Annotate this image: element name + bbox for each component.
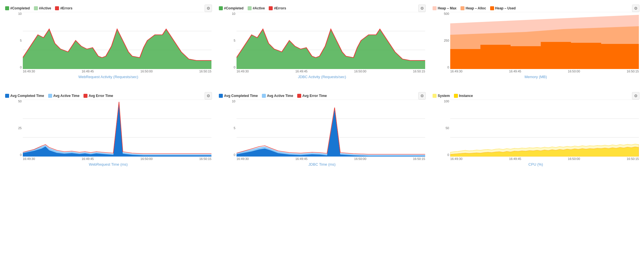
x-axis-label: 16:50:15 xyxy=(413,70,425,73)
legend-swatch xyxy=(454,94,458,98)
y-axis-label: 100 xyxy=(442,100,449,103)
chart-inner-webrequest-activity: 105016:49:3016:49:4516:50:0016:50:15 xyxy=(14,12,211,73)
legend-label: Avg Error Time xyxy=(302,94,327,98)
x-axis-labels: 16:49:3016:49:4516:50:0016:50:15 xyxy=(450,157,639,161)
settings-button-cpu[interactable]: ⚙ xyxy=(632,92,639,100)
legend-swatch xyxy=(219,6,223,10)
legend-swatch xyxy=(262,94,266,98)
y-axis-label: 0 xyxy=(14,66,22,69)
x-axis-label: 16:50:15 xyxy=(413,157,425,161)
x-axis-label: 16:50:15 xyxy=(199,70,211,73)
legend-label: System xyxy=(438,94,450,98)
x-axis-label: 16:49:30 xyxy=(23,157,35,161)
legend-swatch xyxy=(460,6,464,10)
y-axis-label: 500 xyxy=(442,12,449,15)
settings-button-jdbc-activity[interactable]: ⚙ xyxy=(418,5,426,12)
legend-item-avg-completed-time: Avg Completed Time xyxy=(219,94,258,98)
legend-item-#active: #Active xyxy=(34,6,51,10)
x-axis-label: 16:50:15 xyxy=(627,157,639,161)
chart-title-webrequest-activity: WebRequest Activity (Requests/sec) xyxy=(5,75,211,79)
chart-inner-jdbc-time: 105016:49:3016:49:4516:50:0016:50:15 xyxy=(228,100,425,161)
chart-title-memory: Memory (MB) xyxy=(433,75,639,79)
settings-button-jdbc-time[interactable]: ⚙ xyxy=(418,92,426,100)
y-axis: 50250 xyxy=(14,100,23,157)
x-axis-labels: 16:49:3016:49:4516:50:0016:50:15 xyxy=(23,69,211,73)
chart-inner-memory: 500250016:49:3016:49:4516:50:0016:50:15 xyxy=(442,12,639,73)
settings-button-webrequest-activity[interactable]: ⚙ xyxy=(205,5,212,12)
x-axis-label: 16:49:30 xyxy=(450,157,462,161)
chart-jdbc-activity: ⚙#Completed#Active#Errors105016:49:3016:… xyxy=(217,3,427,88)
y-axis-label: 50 xyxy=(442,126,449,130)
legend-item-#errors: #Errors xyxy=(55,6,72,10)
legend-webrequest-time: Avg Completed TimeAvg Active TimeAvg Err… xyxy=(5,93,211,98)
legend-swatch xyxy=(297,94,301,98)
chart-title-jdbc-time: JDBC Time (ms) xyxy=(219,162,425,167)
legend-label: #Errors xyxy=(274,6,286,10)
y-axis: 5002500 xyxy=(442,12,450,69)
legend-item-heap-–-alloc: Heap – Alloc xyxy=(460,6,486,10)
chart-webrequest-time: ⚙Avg Completed TimeAvg Active TimeAvg Er… xyxy=(3,90,214,175)
y-axis: 100500 xyxy=(442,100,450,157)
legend-item-avg-completed-time: Avg Completed Time xyxy=(5,94,44,98)
svg-wrapper xyxy=(237,12,425,69)
chart-inner-webrequest-time: 5025016:49:3016:49:4516:50:0016:50:15 xyxy=(14,100,211,161)
x-axis-label: 16:50:00 xyxy=(140,157,153,161)
dashboard-grid: ⚙#Completed#Active#Errors105016:49:3016:… xyxy=(3,3,641,175)
legend-swatch xyxy=(55,6,59,10)
legend-label: Avg Active Time xyxy=(267,94,293,98)
legend-item-#active: #Active xyxy=(248,6,265,10)
chart-inner-jdbc-activity: 105016:49:3016:49:4516:50:0016:50:15 xyxy=(228,12,425,73)
x-axis-label: 16:50:00 xyxy=(568,157,580,161)
y-axis-label: 0 xyxy=(228,66,235,69)
legend-label: Heap – Used xyxy=(495,6,516,10)
legend-label: Avg Error Time xyxy=(89,94,113,98)
legend-item-avg-error-time: Avg Error Time xyxy=(297,94,327,98)
x-axis-label: 16:49:45 xyxy=(509,157,521,161)
legend-label: #Active xyxy=(253,6,265,10)
x-axis-label: 16:49:45 xyxy=(81,157,94,161)
chart-jdbc-time: ⚙Avg Completed TimeAvg Active TimeAvg Er… xyxy=(217,90,427,175)
legend-item-#errors: #Errors xyxy=(269,6,286,10)
legend-item-avg-error-time: Avg Error Time xyxy=(83,94,113,98)
x-axis-label: 16:49:30 xyxy=(237,70,249,73)
settings-button-memory[interactable]: ⚙ xyxy=(632,5,639,12)
chart-title-webrequest-time: WebRequest Time (ms) xyxy=(5,162,211,167)
chart-webrequest-activity: ⚙#Completed#Active#Errors105016:49:3016:… xyxy=(3,3,214,88)
x-axis-label: 16:49:30 xyxy=(450,70,462,73)
legend-item-instance: Instance xyxy=(454,94,473,98)
legend-label: Avg Completed Time xyxy=(10,94,44,98)
legend-memory: Heap – MaxHeap – AllocHeap – Used xyxy=(433,5,639,10)
x-axis-labels: 16:49:3016:49:4516:50:0016:50:15 xyxy=(450,69,639,73)
legend-swatch xyxy=(433,94,437,98)
legend-cpu: SystemInstance xyxy=(433,93,639,98)
x-axis-label: 16:49:30 xyxy=(23,70,35,73)
x-axis-label: 16:49:45 xyxy=(81,70,94,73)
legend-label: #Active xyxy=(39,6,51,10)
y-axis-label: 0 xyxy=(14,153,22,157)
y-axis-label: 5 xyxy=(228,126,235,130)
chart-title-jdbc-activity: JDBC Activity (Requests/sec) xyxy=(219,75,425,79)
y-axis-label: 0 xyxy=(442,153,449,157)
settings-button-webrequest-time[interactable]: ⚙ xyxy=(205,92,212,100)
legend-label: Heap – Max xyxy=(438,6,456,10)
legend-swatch xyxy=(219,94,223,98)
x-axis-label: 16:50:00 xyxy=(354,70,366,73)
x-axis-label: 16:50:00 xyxy=(354,157,366,161)
x-axis-labels: 16:49:3016:49:4516:50:0016:50:15 xyxy=(237,69,425,73)
legend-item-system: System xyxy=(433,94,450,98)
legend-label: Heap – Alloc xyxy=(466,6,486,10)
svg-wrapper xyxy=(450,12,639,69)
legend-label: #Completed xyxy=(224,6,244,10)
legend-swatch xyxy=(83,94,87,98)
x-axis-labels: 16:49:3016:49:4516:50:0016:50:15 xyxy=(237,157,425,161)
chart-title-cpu: CPU (%) xyxy=(433,162,639,167)
chart-inner-cpu: 10050016:49:3016:49:4516:50:0016:50:15 xyxy=(442,100,639,161)
legend-swatch xyxy=(433,6,437,10)
x-axis-label: 16:49:45 xyxy=(509,70,521,73)
legend-item-avg-active-time: Avg Active Time xyxy=(262,94,293,98)
x-axis-label: 16:49:45 xyxy=(295,157,307,161)
legend-webrequest-activity: #Completed#Active#Errors xyxy=(5,5,211,10)
legend-label: Avg Active Time xyxy=(53,94,80,98)
svg-wrapper xyxy=(237,100,425,157)
chart-cpu: ⚙SystemInstance10050016:49:3016:49:4516:… xyxy=(430,90,641,175)
